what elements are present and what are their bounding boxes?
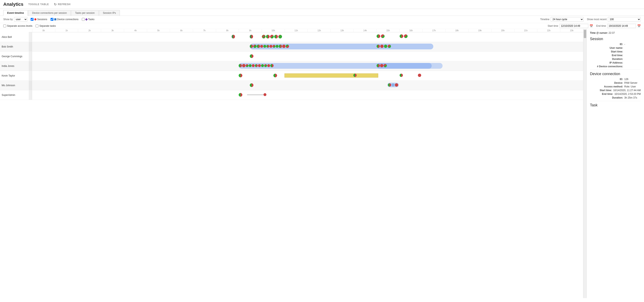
hour-7: 7h [193, 29, 216, 32]
session-username-label: User name: [610, 47, 623, 49]
kevin-name: Kevin Taylor [0, 74, 29, 78]
main-content: 0h 1h 2h 3h 4h 5h 6h 7h 8h 9h 10h 11h 12… [0, 29, 644, 298]
alice-evt-cluster[interactable] [262, 34, 288, 39]
bob-events[interactable] [250, 44, 432, 49]
session-start-label: Start time: [611, 50, 623, 53]
session-id-label: ID: [620, 43, 623, 46]
session-ip-row: IP Address: [590, 61, 641, 64]
session-id-row: ID: - [590, 43, 641, 46]
show-by-select[interactable]: user device task [14, 17, 27, 22]
superadmin-timeline[interactable] [32, 90, 583, 100]
device-bar-icon [54, 18, 56, 20]
hour-1: 1h [55, 29, 78, 32]
alice-evt-15h[interactable] [376, 34, 385, 39]
hour-20: 20h [491, 29, 514, 32]
separate-access-checkbox[interactable] [3, 25, 6, 27]
kevin-evt-5[interactable] [418, 74, 421, 77]
device-end-row: End time: 10/14/2020, 2:53:20 PM [590, 93, 641, 96]
tab-tasks-per-session[interactable]: Tasks per session [71, 10, 98, 16]
refresh-icon: ↻ [54, 3, 57, 6]
task-diamond-icon [85, 18, 88, 21]
tab-event-timeline[interactable]: Event timeline [3, 10, 28, 16]
toggle-table-button[interactable]: TOGGLE TABLE [28, 3, 49, 6]
hour-16: 16h [400, 29, 422, 32]
task-section-title: Task [590, 103, 641, 107]
refresh-button[interactable]: ↻ REFRESH [54, 3, 70, 6]
session-duration-value [624, 58, 641, 61]
start-time-input[interactable] [560, 24, 588, 28]
scroll-gutter-kevin [29, 71, 32, 80]
sessions-checkbox[interactable] [31, 18, 34, 21]
user-row-george: George Cummings [0, 52, 583, 61]
scroll-gutter-india [29, 61, 32, 71]
superadmin-evt-2[interactable] [264, 93, 266, 96]
tasks-checkbox[interactable] [82, 18, 85, 21]
sessions-checkbox-group: Sessions [31, 18, 47, 21]
session-connections-row: # Device connections: [590, 65, 641, 68]
bob-events-15h[interactable] [376, 44, 393, 49]
hour-header: 0h 1h 2h 3h 4h 5h 6h 7h 8h 9h 10h 11h 12… [29, 29, 583, 32]
alice-timeline[interactable] [32, 32, 583, 42]
mo-evt-15h[interactable] [388, 83, 399, 87]
alice-evt-1[interactable] [232, 34, 235, 40]
hour-9: 9h [239, 29, 262, 32]
george-timeline[interactable] [32, 52, 583, 61]
separate-tasks-label: Separate tasks [39, 25, 56, 27]
separate-tasks-checkbox[interactable] [36, 25, 38, 27]
start-calendar-icon[interactable]: 📅 [590, 24, 593, 28]
device-duration-row: Duration: 3h 25m 37s [590, 96, 641, 99]
device-duration-label: Duration: [612, 96, 623, 99]
separate-access-group: Separate access levels [3, 25, 32, 27]
tab-session-ips[interactable]: Session IPs [99, 10, 120, 16]
controls-row-1: Show by user device task Sessions Device… [0, 16, 644, 23]
header: Analytics TOGGLE TABLE ↻ REFRESH [0, 0, 644, 9]
kevin-evt-3[interactable] [353, 74, 357, 77]
tasks-label: Tasks [88, 18, 94, 21]
cursor-time-value: 22:37 [609, 32, 615, 34]
session-connections-value [624, 65, 641, 68]
sessions-label: Sessions [37, 18, 47, 21]
hour-22: 22h [537, 29, 560, 32]
mo-timeline[interactable] [32, 81, 583, 90]
kevin-yellow-block[interactable] [284, 74, 378, 78]
hour-17: 17h [422, 29, 446, 32]
hour-4: 4h [124, 29, 147, 32]
superadmin-evt-1[interactable] [239, 93, 242, 97]
alice-evt-2[interactable] [250, 34, 253, 40]
show-most-recent-select[interactable]: 10 25 50 100 200 [608, 17, 641, 22]
kevin-evt-1[interactable] [239, 74, 242, 77]
tab-device-connections[interactable]: Device connections per session [28, 10, 71, 16]
hour-19: 19h [468, 29, 491, 32]
hour-2: 2h [78, 29, 101, 32]
start-time-label: Start time [548, 25, 558, 27]
scroll-thumb[interactable] [584, 30, 586, 38]
device-duration-value: 3h 25m 37s [624, 96, 641, 99]
george-name: George Cummings [0, 54, 29, 59]
user-row-bob: Bob Smith [0, 42, 583, 52]
device-start-label: Start time: [600, 89, 612, 92]
end-calendar-icon[interactable]: 📅 [637, 24, 641, 28]
alice-evt-16h[interactable] [400, 34, 408, 39]
start-time-group: Start time 📅 [548, 24, 593, 28]
kevin-timeline[interactable] [32, 71, 583, 80]
alice-grid [32, 32, 583, 42]
hour-18: 18h [446, 29, 468, 32]
hour-labels: 0h 1h 2h 3h 4h 5h 6h 7h 8h 9h 10h 11h 12… [32, 29, 583, 32]
india-events-15h[interactable] [376, 63, 443, 68]
kevin-evt-4[interactable] [400, 74, 403, 77]
george-evt-1[interactable] [250, 54, 254, 58]
mo-evt-1[interactable] [250, 83, 254, 87]
timeline-select[interactable]: 24 hour cycle 12 hour cycle week month [551, 17, 584, 22]
bob-timeline[interactable] [32, 42, 583, 52]
user-row-mo: Mo Johnson [0, 81, 583, 90]
device-connections-checkbox[interactable] [50, 18, 54, 21]
session-start-value [624, 50, 641, 53]
vertical-scrollbar[interactable] [583, 29, 586, 298]
device-id-value: 126 [624, 78, 641, 81]
india-timeline[interactable] [32, 61, 583, 71]
scroll-gutter-bob [29, 42, 32, 52]
end-time-input[interactable] [607, 24, 636, 28]
hour-6: 6h [170, 29, 193, 32]
panel-divider-2 [590, 101, 641, 101]
kevin-evt-2[interactable] [274, 74, 277, 77]
